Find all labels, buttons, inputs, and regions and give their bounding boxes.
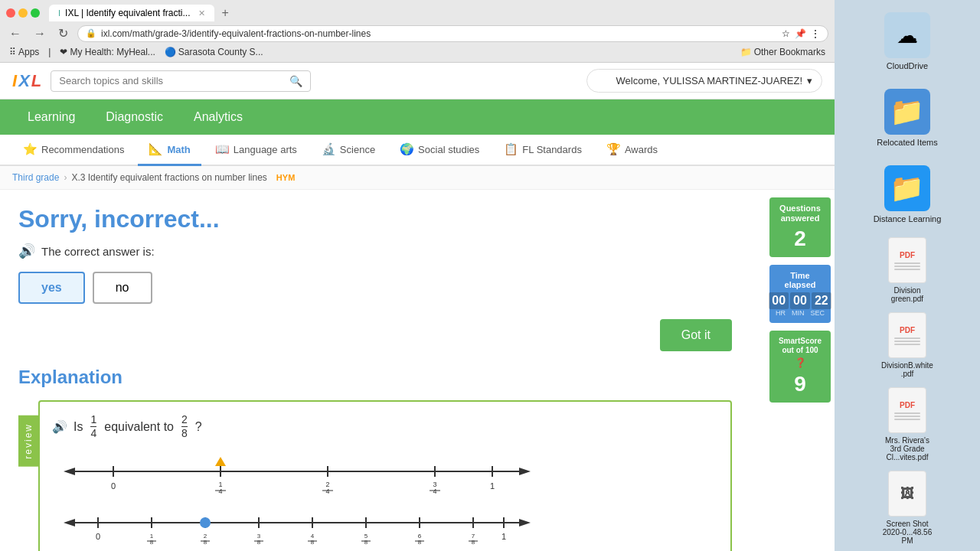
file-screenshot[interactable]: 🖼 Screen Shot 2020-0...48.56 PM	[880, 471, 934, 545]
star-icon[interactable]: ☆	[782, 28, 790, 39]
desktop-item-clouddrive[interactable]: ☁ CloudDrive	[880, 8, 935, 75]
file-division-white[interactable]: PDF DivisionB.white.pdf	[880, 312, 934, 378]
no-button[interactable]: no	[93, 272, 152, 304]
review-tab[interactable]: review	[18, 416, 38, 467]
search-box[interactable]: 🔍	[51, 70, 311, 92]
cloud-icon: ☁	[884, 12, 930, 58]
bookmark-other[interactable]: 📁 Other Bookmarks	[740, 47, 825, 57]
got-it-button[interactable]: Got it	[660, 319, 732, 351]
more-icon[interactable]: ⋮	[811, 28, 820, 39]
welcome-button[interactable]: 🔒 Welcome, YULISSA MARTINEZ-JUAREZ! ▾	[586, 69, 822, 93]
breadcrumb-grade[interactable]: Third grade	[12, 172, 59, 183]
questions-answered-label: Questions answered	[777, 204, 823, 223]
apps-icon: ⠿	[9, 47, 16, 57]
smartscore-value: 9	[777, 372, 823, 396]
search-input[interactable]	[59, 75, 285, 86]
yes-button[interactable]: yes	[18, 272, 85, 304]
correct-answer-label: The correct answer is:	[41, 245, 155, 258]
svg-text:4: 4	[433, 487, 436, 495]
bookmark-sarasota[interactable]: 🔵 Sarasota County S...	[165, 47, 263, 57]
equivalent-text: equivalent to	[104, 420, 174, 434]
incorrect-heading: Sorry, incorrect...	[18, 205, 747, 233]
tab-social-studies-label: Social studies	[418, 144, 479, 155]
logo-l: L	[31, 71, 41, 91]
window-controls[interactable]	[6, 8, 40, 18]
logo-i: I	[12, 71, 17, 91]
tab-fl-standards[interactable]: 📋 FL Standards	[493, 135, 593, 166]
language-arts-icon: 📖	[215, 142, 230, 156]
explanation-question: 🔊 Is 1 4 equivalent to 2 8 ?	[52, 414, 718, 440]
tab-awards-label: Awards	[625, 144, 658, 155]
svg-marker-22	[64, 519, 75, 527]
forward-button[interactable]: →	[31, 25, 49, 42]
breadcrumb-separator: ›	[64, 172, 67, 183]
tab-science[interactable]: 🔬 Science	[311, 135, 386, 166]
nav-diagnostic[interactable]: Diagnostic	[90, 99, 178, 135]
lock-icon: 🔒	[596, 73, 612, 88]
fraction-2: 2 8	[181, 414, 188, 440]
math-icon: 📐	[149, 142, 163, 156]
svg-text:8: 8	[364, 539, 368, 546]
recommendations-icon: ⭐	[23, 142, 38, 156]
explanation-box: 🔊 Is 1 4 equivalent to 2 8 ?	[38, 400, 732, 551]
time-min-label: MIN	[792, 309, 805, 317]
svg-text:8: 8	[204, 539, 207, 546]
question-text: Is	[74, 420, 83, 434]
tab-math[interactable]: 📐 Math	[138, 135, 201, 166]
questions-answered-card: Questions answered 2	[769, 197, 831, 257]
bookmark-myhealth[interactable]: ❤ My Health: MyHeal...	[60, 47, 155, 57]
maximize-button[interactable]	[31, 8, 40, 18]
url-bar[interactable]: 🔒 ixl.com/math/grade-3/identify-equivale…	[77, 25, 828, 42]
exercise-area: Sorry, incorrect... 🔊 The correct answer…	[0, 190, 766, 551]
time-sec: 22	[812, 292, 831, 309]
new-tab-button[interactable]: +	[217, 6, 234, 20]
url-text: ixl.com/math/grade-3/identify-equivalent…	[101, 28, 777, 39]
fraction-1-num: 1	[90, 414, 96, 427]
right-sidebar: Questions answered 2 Time elapsed 00 00 …	[766, 190, 835, 551]
minimize-button[interactable]	[18, 8, 28, 18]
tab-favicon: I	[58, 8, 60, 18]
bookmark-divider: |	[48, 47, 51, 57]
subject-tabs: ⭐ Recommendations 📐 Math 📖 Language arts…	[0, 135, 835, 166]
breadcrumb-code: HYM	[276, 173, 295, 182]
back-button[interactable]: ←	[6, 25, 24, 42]
nav-analytics[interactable]: Analytics	[178, 99, 258, 135]
tab-language-arts[interactable]: 📖 Language arts	[204, 135, 308, 166]
desktop-item-relocated[interactable]: 📁 Relocated Items	[872, 84, 942, 152]
smartscore-label: SmartScore out of 100	[777, 337, 823, 355]
desktop-item-distance-learning[interactable]: 📁 Distance Learning	[869, 161, 946, 228]
screenshot-icon: 🖼	[888, 471, 926, 517]
tab-recommendations[interactable]: ⭐ Recommendations	[12, 135, 135, 166]
ixl-logo[interactable]: I X L	[12, 71, 41, 91]
browser-tab[interactable]: I IXL | Identify equivalent fracti... ✕	[49, 5, 214, 21]
tab-close-button[interactable]: ✕	[198, 8, 205, 18]
svg-point-55	[200, 517, 211, 528]
tab-awards[interactable]: 🏆 Awards	[596, 135, 668, 166]
desktop-sidebar: ☁ CloudDrive 📁 Relocated Items 📁 Distanc…	[835, 0, 980, 551]
lock-icon: 🔒	[86, 28, 96, 38]
tab-science-label: Science	[340, 144, 375, 155]
speaker-icon-2[interactable]: 🔊	[52, 419, 67, 434]
svg-marker-2	[64, 468, 75, 475]
screenshot-label: Screen Shot 2020-0...48.56 PM	[880, 520, 934, 545]
number-line-2-svg: 0 1 8 2 8 3 8 4 8	[52, 506, 542, 551]
tab-social-studies[interactable]: 🌍 Social studies	[389, 135, 490, 166]
pin-icon[interactable]: 📌	[795, 28, 806, 39]
reload-button[interactable]: ↻	[55, 24, 71, 42]
pdf-label-3: Mrs. Rivera's 3rd Grade Cl...vites.pdf	[880, 436, 934, 461]
help-icon[interactable]: ❓	[795, 357, 806, 368]
file-division-green[interactable]: PDF Division green.pdf	[880, 237, 934, 303]
tab-recommendations-label: Recommendations	[41, 144, 124, 155]
bookmarks-bar: ⠿ Apps | ❤ My Health: MyHeal... 🔵 Saraso…	[6, 45, 828, 59]
nav-learning[interactable]: Learning	[12, 99, 90, 135]
ixl-header: I X L 🔍 🔒 Welcome, YULISSA MARTINEZ-JUAR…	[0, 63, 835, 99]
time-min: 00	[790, 292, 810, 309]
svg-text:4: 4	[325, 487, 329, 495]
svg-text:8: 8	[472, 539, 475, 546]
file-mrs-rivera[interactable]: PDF Mrs. Rivera's 3rd Grade Cl...vites.p…	[880, 387, 934, 461]
apps-button[interactable]: ⠿ Apps	[9, 47, 39, 57]
close-button[interactable]	[6, 8, 15, 18]
number-line-1-svg: 0 1 4 2 4 3 4 1	[52, 452, 542, 498]
speaker-icon[interactable]: 🔊	[18, 243, 35, 259]
svg-marker-21	[519, 519, 531, 527]
